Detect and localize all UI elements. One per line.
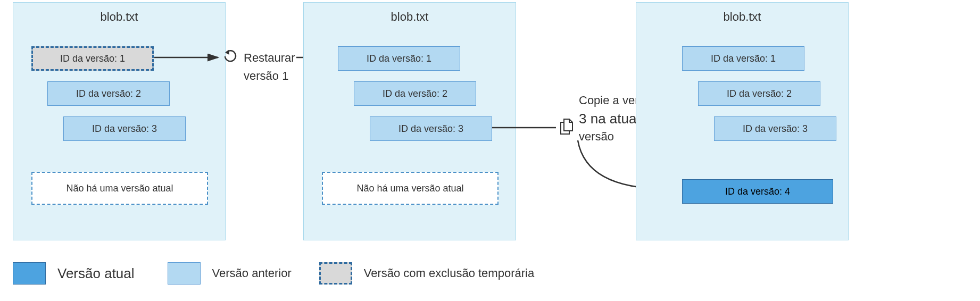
version-box: ID da versão: 3 (63, 116, 186, 141)
version-label: ID da versão: 3 (743, 123, 808, 135)
panel-title: blob.txt (13, 3, 225, 35)
no-current-placeholder: Não há uma versão atual (322, 172, 499, 205)
arrow-line (492, 122, 561, 133)
arrow-line (154, 52, 229, 63)
version-box: ID da versão: 3 (370, 116, 492, 141)
no-current-label: Não há uma versão atual (66, 183, 173, 194)
version-box: ID da versão: 2 (47, 81, 170, 106)
version-label: ID da versão: 4 (725, 186, 790, 197)
version-label: ID da versão: 1 (367, 53, 431, 64)
version-label: ID da versão: 2 (383, 88, 447, 99)
version-box: ID da versão: 1 (682, 46, 804, 71)
version-box: ID da versão: 1 (338, 46, 460, 71)
panel-state-3: blob.txt ID da versão: 1 ID da versão: 2… (636, 2, 849, 240)
version-label: ID da versão: 2 (76, 88, 141, 99)
copy-icon (559, 118, 575, 136)
panel-title: blob.txt (304, 3, 516, 35)
legend-label: Versão com exclusão temporária (364, 266, 534, 280)
legend-swatch-previous (168, 262, 201, 285)
action-line: Restaurar (244, 49, 295, 67)
version-label: ID da versão: 3 (92, 123, 157, 135)
undo-icon (222, 49, 238, 65)
action-restore-text: Restaurar versão 1 (244, 49, 295, 85)
legend: Versão atual Versão anterior Versão com … (13, 262, 550, 285)
legend-label: Versão anterior (212, 266, 292, 280)
version-box-current: ID da versão: 4 (682, 179, 833, 204)
panel-title: blob.txt (636, 3, 848, 35)
version-label: ID da versão: 3 (398, 123, 463, 135)
version-label: ID da versão: 1 (711, 53, 776, 64)
version-box: ID da versão: 2 (698, 81, 820, 106)
version-box: ID da versão: 2 (354, 81, 476, 106)
version-box-deleted: ID da versão: 1 (31, 46, 154, 71)
version-box: ID da versão: 3 (714, 116, 836, 141)
panel-state-1: blob.txt ID da versão: 1 ID da versão: 2… (13, 2, 226, 240)
panel-state-2: blob.txt ID da versão: 1 ID da versão: 2… (303, 2, 516, 240)
legend-swatch-softdeleted (319, 262, 352, 285)
no-current-label: Não há uma versão atual (356, 183, 463, 194)
legend-label: Versão atual (57, 265, 135, 282)
version-label: ID da versão: 2 (727, 88, 792, 99)
legend-swatch-current (13, 262, 46, 285)
version-label: ID da versão: 1 (60, 53, 125, 64)
action-line: versão 1 (244, 67, 295, 85)
no-current-placeholder: Não há uma versão atual (31, 172, 208, 205)
